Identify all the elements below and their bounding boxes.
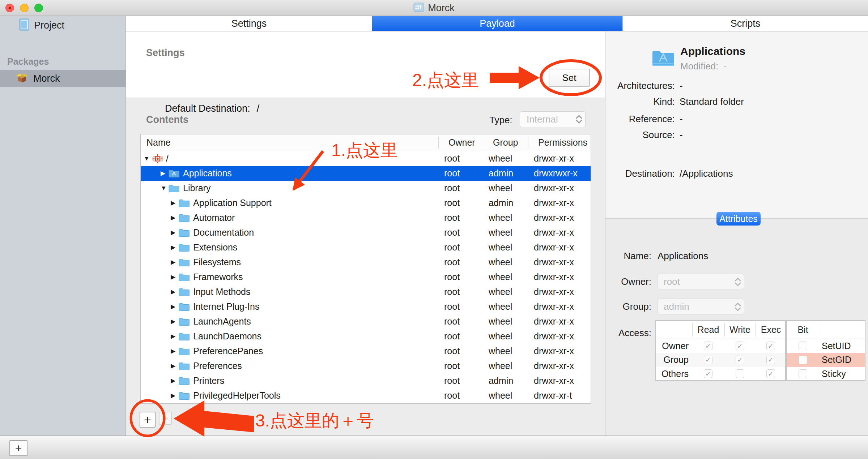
column-header-permissions[interactable]: Permissions: [538, 134, 587, 151]
bit-row-label: SetGID: [822, 353, 851, 367]
contents-row-input-methods[interactable]: ▶Input Methodsrootwheeldrwxr-xr-x: [141, 284, 591, 299]
contents-row-printers[interactable]: ▶Printersrootadmindrwxr-xr-x: [141, 373, 591, 388]
column-divider[interactable]: [528, 137, 528, 149]
inspector-title: Applications: [680, 45, 745, 57]
contents-row-automator[interactable]: ▶Automatorrootwheeldrwxr-xr-x: [141, 210, 591, 225]
folder-icon: [179, 373, 190, 388]
disclosure-triangle-icon[interactable]: ▶: [171, 284, 175, 299]
disclosure-triangle-icon[interactable]: ▶: [171, 240, 175, 255]
checkbox-group-read[interactable]: ✓: [704, 356, 712, 364]
contents-row-documentation[interactable]: ▶Documentationrootwheeldrwxr-xr-x: [141, 225, 591, 240]
contents-cell-group: wheel: [489, 255, 512, 270]
contents-row-extensions[interactable]: ▶Extensionsrootwheeldrwxr-xr-x: [141, 240, 591, 255]
contents-row-preferences[interactable]: ▶Preferencesrootwheeldrwxr-xr-x: [141, 359, 591, 373]
contents-table: Name Owner Group Permissions ▼ /rootwhee…: [140, 134, 591, 404]
reference-field: Reference:-: [605, 113, 868, 125]
disclosure-triangle-icon[interactable]: ▶: [171, 388, 175, 403]
disclosure-triangle-icon[interactable]: ▼: [144, 151, 150, 166]
disclosure-triangle-icon[interactable]: ▶: [171, 270, 175, 284]
chevron-up-down-icon: [573, 113, 585, 125]
contents-row-launchagents[interactable]: ▶LaunchAgentsrootwheeldrwxr-xr-x: [141, 314, 591, 329]
contents-cell-permissions: drwxr-xr-x: [534, 270, 574, 284]
tab-scripts[interactable]: Scripts: [622, 16, 868, 31]
folder-icon: [179, 359, 190, 373]
disclosure-triangle-icon[interactable]: ▼: [161, 181, 167, 196]
type-select[interactable]: Internal: [520, 111, 586, 127]
app-window: Morck Settings Payload Scripts Project P…: [0, 0, 868, 459]
disclosure-triangle-icon[interactable]: ▶: [171, 210, 175, 225]
contents-cell-group: wheel: [489, 225, 512, 240]
chevron-up-down-icon: [732, 276, 744, 288]
tab-payload[interactable]: Payload: [372, 16, 622, 31]
settings-panel: Settings Default Destination:/ Set: [126, 31, 605, 98]
tab-settings[interactable]: Settings: [126, 16, 372, 31]
contents-row-launchdaemons[interactable]: ▶LaunchDaemonsrootwheeldrwxr-xr-x: [141, 329, 591, 344]
project-icon: [19, 18, 30, 33]
sidebar-item-morck[interactable]: Morck: [0, 70, 126, 87]
checkbox-setuid[interactable]: [799, 342, 807, 350]
contents-row-filesystems[interactable]: ▶Filesystemsrootwheeldrwxr-xr-x: [141, 255, 591, 270]
group-select[interactable]: admin: [658, 299, 744, 315]
disclosure-triangle-icon[interactable]: ▶: [171, 299, 175, 314]
contents-row-library[interactable]: ▼Libraryrootwheeldrwxr-xr-x: [141, 181, 591, 196]
disclosure-triangle-icon[interactable]: ▶: [171, 373, 175, 388]
contents-row-application-support[interactable]: ▶Application Supportrootadmindrwxr-xr-x: [141, 196, 591, 210]
contents-cell-owner: root: [444, 314, 460, 329]
disclosure-triangle-icon[interactable]: ▶: [171, 314, 175, 329]
checkbox-owner-read[interactable]: ✓: [704, 342, 712, 350]
contents-cell-group: wheel: [489, 299, 512, 314]
contents-row-frameworks[interactable]: ▶Frameworksrootwheeldrwxr-xr-x: [141, 270, 591, 284]
checkbox-group-write[interactable]: ✓: [736, 356, 744, 364]
contents-row-applications[interactable]: ▶Applicationsrootadmindrwxrwxr-x: [141, 166, 591, 181]
checkbox-others-exec[interactable]: ✓: [766, 369, 775, 378]
disclosure-triangle-icon[interactable]: ▶: [171, 225, 175, 240]
column-divider[interactable]: [438, 137, 439, 149]
contents-row-name: Internet Plug-Ins: [193, 299, 259, 314]
bit-row-setgid: SetGID: [787, 353, 865, 367]
contents-row-internet-plug-ins[interactable]: ▶Internet Plug-Insrootwheeldrwxr-xr-x: [141, 299, 591, 314]
checkbox-others-write[interactable]: [736, 369, 744, 378]
checkbox-setgid[interactable]: [799, 356, 807, 364]
disclosure-triangle-icon[interactable]: ▶: [171, 196, 175, 210]
project-add-button[interactable]: +: [9, 440, 27, 456]
checkbox-group-exec[interactable]: ✓: [766, 356, 775, 364]
folder-icon: [179, 196, 190, 210]
title-bar: Morck: [0, 0, 868, 16]
column-divider[interactable]: [483, 137, 483, 149]
document-icon: [413, 2, 424, 14]
attributes-button[interactable]: Attributes: [716, 212, 761, 226]
checkbox-sticky[interactable]: [799, 369, 807, 378]
contents-row-name: PrivilegedHelperTools: [193, 388, 281, 403]
disclosure-triangle-icon[interactable]: ▶: [171, 344, 175, 359]
column-header-name[interactable]: Name: [146, 134, 171, 151]
owner-select[interactable]: root: [658, 274, 744, 290]
column-header-group[interactable]: Group: [493, 134, 518, 151]
inspector-info-section: [605, 31, 868, 219]
sidebar-item-project[interactable]: Project: [0, 17, 126, 33]
perm-row-label: Others: [656, 367, 689, 381]
checkbox-owner-exec[interactable]: ✓: [766, 342, 775, 350]
contents-row-preferencepanes[interactable]: ▶PreferencePanesrootwheeldrwxr-xr-x: [141, 344, 591, 359]
contents-row-name: Preferences: [193, 359, 242, 373]
column-header-owner[interactable]: Owner: [448, 134, 475, 151]
disclosure-triangle-icon[interactable]: ▶: [171, 255, 175, 270]
contents-cell-permissions: drwxr-xr-t: [534, 388, 572, 403]
checkbox-others-read[interactable]: ✓: [704, 369, 712, 378]
contents-row-privilegedhelpertools[interactable]: ▶PrivilegedHelperToolsrootwheeldrwxr-xr-…: [141, 388, 591, 403]
payload-remove-button[interactable]: −: [159, 412, 172, 425]
contents-cell-owner: root: [444, 225, 460, 240]
contents-cell-permissions: drwxr-xr-x: [534, 240, 574, 255]
bit-row-setuid: SetUID: [787, 339, 865, 353]
kind-field: Kind:Standard folder: [605, 95, 868, 108]
bit-column-header: Bit: [787, 321, 819, 339]
payload-add-button[interactable]: +: [140, 412, 156, 428]
bit-row-sticky: Sticky: [787, 367, 865, 381]
chevron-up-down-icon: [732, 301, 744, 313]
set-destination-button[interactable]: Set: [549, 69, 590, 87]
disclosure-triangle-icon[interactable]: ▶: [171, 329, 175, 344]
checkbox-owner-write[interactable]: ✓: [736, 342, 744, 350]
contents-cell-permissions: drwxr-xr-x: [534, 225, 574, 240]
disclosure-triangle-icon[interactable]: ▶: [171, 359, 175, 373]
contents-cell-group: wheel: [489, 329, 512, 344]
disclosure-triangle-icon[interactable]: ▶: [161, 166, 165, 181]
